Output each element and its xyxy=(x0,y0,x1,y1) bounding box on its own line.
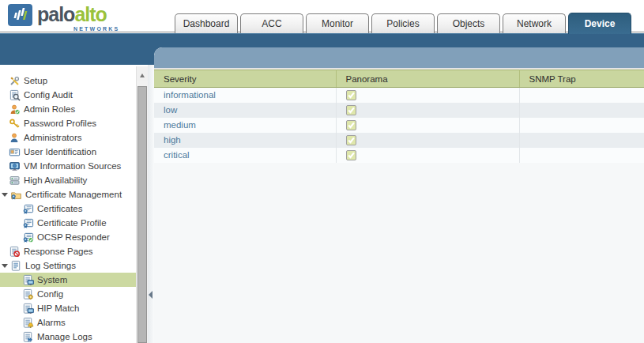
panorama-cell xyxy=(336,148,519,163)
sidebar-item-config[interactable]: Config xyxy=(0,287,136,301)
sidebar-item-label: Password Profiles xyxy=(24,116,96,130)
top-header: paloalto NETWORKS DashboardACCMonitorPol… xyxy=(0,0,644,32)
user-identification-icon xyxy=(9,146,21,158)
panorama-cell xyxy=(336,118,519,133)
checked-checkbox[interactable] xyxy=(346,105,356,115)
severity-cell: informational xyxy=(154,88,336,103)
snmp-trap-cell xyxy=(519,118,644,133)
sidebar-item-label: Certificates xyxy=(37,202,83,216)
table-header-row: SeverityPanoramaSNMP Trap xyxy=(154,70,644,88)
sidebar-item-label: Response Pages xyxy=(24,244,93,258)
sidebar-item-config-audit[interactable]: Config Audit xyxy=(0,88,136,102)
collapse-sidebar-icon[interactable] xyxy=(149,291,153,299)
sidebar-item-label: Certificate Profile xyxy=(37,216,107,230)
logo-text-alto: alto xyxy=(74,3,106,25)
sidebar-item-label: OCSP Responder xyxy=(37,230,110,244)
panorama-cell xyxy=(336,103,519,118)
vm-information-sources-icon xyxy=(9,160,21,172)
logo-text-palo: palo xyxy=(37,3,74,25)
sidebar-item-manage-logs[interactable]: Manage Logs xyxy=(0,330,136,343)
table-body: informationallowmediumhighcritical xyxy=(154,88,644,163)
checked-checkbox[interactable] xyxy=(346,135,356,145)
sidebar-item-label: VM Information Sources xyxy=(24,159,121,173)
tab-policies[interactable]: Policies xyxy=(371,13,435,33)
sidebar-item-response-pages[interactable]: Response Pages xyxy=(0,244,136,258)
severity-row-informational: informational xyxy=(154,88,644,103)
alarms-icon xyxy=(22,317,34,329)
column-header-snmp-trap[interactable]: SNMP Trap xyxy=(519,70,644,88)
sidebar-item-label: Config Audit xyxy=(24,88,73,102)
panorama-cell xyxy=(336,88,519,103)
tab-device[interactable]: Device xyxy=(568,13,631,34)
snmp-trap-cell xyxy=(519,133,644,148)
tab-monitor[interactable]: Monitor xyxy=(306,13,369,33)
tab-acc[interactable]: ACC xyxy=(240,13,303,33)
sidebar-item-log-settings[interactable]: Log Settings xyxy=(0,258,136,273)
tab-objects[interactable]: Objects xyxy=(437,13,500,33)
config-audit-icon xyxy=(9,89,21,101)
administrators-icon xyxy=(9,132,21,144)
checked-checkbox[interactable] xyxy=(346,90,356,100)
panos-window: paloalto NETWORKS DashboardACCMonitorPol… xyxy=(0,0,644,343)
sidebar-item-vm-information-sources[interactable]: VM Information Sources xyxy=(0,159,136,173)
checked-checkbox[interactable] xyxy=(346,150,356,160)
sidebar-item-certificates[interactable]: Certificates xyxy=(0,202,136,216)
paloalto-logo: paloalto NETWORKS xyxy=(8,4,107,26)
severity-cell: critical xyxy=(154,148,336,163)
tab-network[interactable]: Network xyxy=(503,13,566,33)
sidebar-item-admin-roles[interactable]: Admin Roles xyxy=(0,102,136,116)
certificates-icon xyxy=(22,203,34,215)
sidebar-splitter[interactable] xyxy=(148,65,154,343)
snmp-trap-cell xyxy=(519,103,644,118)
checked-checkbox[interactable] xyxy=(346,120,356,130)
setup-icon xyxy=(9,75,21,87)
system-icon xyxy=(22,274,34,286)
sidebar-scrollbar-thumb[interactable] xyxy=(137,86,147,343)
admin-roles-icon xyxy=(9,104,21,115)
logo-wordmark: paloalto xyxy=(37,4,107,24)
severity-row-medium: medium xyxy=(154,118,644,133)
sidebar-item-hip-match[interactable]: HIP Match xyxy=(0,301,136,315)
severity-row-high: high xyxy=(154,133,644,148)
severity-cell: low xyxy=(154,103,336,118)
sidebar-item-alarms[interactable]: Alarms xyxy=(0,315,136,330)
sidebar-item-label: HIP Match xyxy=(37,301,79,315)
certificate-profile-icon xyxy=(22,217,34,229)
sidebar-item-setup[interactable]: Setup xyxy=(0,74,136,88)
sidebar-item-high-availability[interactable]: High Availability xyxy=(0,173,136,187)
high-availability-icon xyxy=(9,175,21,187)
sidebar-item-user-identification[interactable]: User Identification xyxy=(0,145,136,159)
expand-triangle-icon[interactable] xyxy=(2,193,8,197)
column-header-severity[interactable]: Severity xyxy=(154,70,336,88)
column-header-panorama[interactable]: Panorama xyxy=(336,70,519,88)
sidebar-item-label: Alarms xyxy=(37,315,66,330)
sidebar-item-password-profiles[interactable]: Password Profiles xyxy=(0,116,136,130)
config-icon xyxy=(22,288,34,300)
sidebar-item-certificate-management[interactable]: Certificate Management xyxy=(0,187,136,202)
tab-dashboard[interactable]: Dashboard xyxy=(175,13,238,33)
paloalto-logo-icon xyxy=(8,4,32,26)
ocsp-responder-icon xyxy=(22,232,34,243)
sidebar-item-label: Config xyxy=(37,287,63,301)
severity-row-low: low xyxy=(154,103,644,118)
expand-triangle-icon[interactable] xyxy=(2,264,8,268)
severity-row-critical: critical xyxy=(154,148,644,163)
password-profiles-icon xyxy=(9,118,21,130)
sidebar-item-ocsp-responder[interactable]: OCSP Responder xyxy=(0,230,136,244)
severity-table: SeverityPanoramaSNMP Trap informationall… xyxy=(154,70,644,163)
panel-top-band xyxy=(154,47,644,68)
log-settings-icon xyxy=(10,260,22,272)
snmp-trap-cell xyxy=(519,148,644,163)
sidebar-item-administrators[interactable]: Administrators xyxy=(0,130,136,145)
sidebar-item-label: Admin Roles xyxy=(24,102,75,116)
sidebar-item-label: Manage Logs xyxy=(37,330,92,343)
panorama-cell xyxy=(336,133,519,148)
sidebar-scrollbar[interactable] xyxy=(136,66,148,343)
sidebar-item-certificate-profile[interactable]: Certificate Profile xyxy=(0,216,136,230)
manage-logs-icon xyxy=(22,331,34,343)
sidebar-item-system[interactable]: System xyxy=(0,273,136,287)
scrollbar-up-arrow-icon[interactable] xyxy=(137,70,148,81)
hip-match-icon xyxy=(22,303,34,315)
severity-cell: medium xyxy=(154,118,336,133)
sidebar-item-label: Setup xyxy=(24,74,47,88)
